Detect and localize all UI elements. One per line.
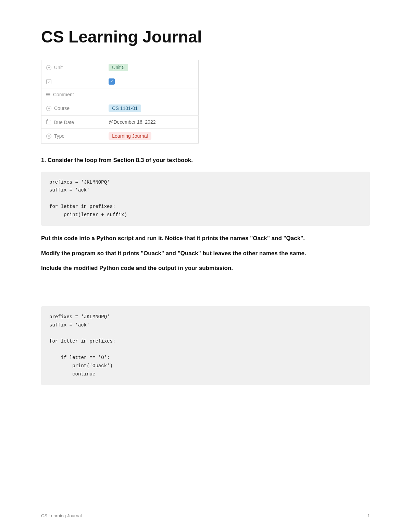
question-1-text: 1. Consider the loop from Section 8.3 of… [41, 156, 370, 165]
checkbox-outline-icon: ✓ [46, 79, 51, 84]
course-value: CS 1101-01 [109, 104, 141, 112]
footer: CS Learning Journal 1 [41, 513, 370, 518]
due-date-value: @December 16, 2022 [109, 119, 155, 125]
body-text-1: Put this code into a Python script and r… [41, 234, 370, 243]
course-icon [46, 106, 51, 111]
comment-label: Comment [46, 92, 99, 97]
type-value: Learning Journal [109, 132, 151, 140]
body-text-2: Modify the program so that it prints "Ou… [41, 249, 370, 258]
properties-table: Unit Unit 5 ✓ ✓ [41, 60, 199, 144]
checkbox-label: ✓ [46, 79, 99, 84]
unit-value: Unit 5 [109, 64, 128, 71]
unit-label: Unit [46, 65, 99, 70]
property-row-comment: Comment [41, 88, 199, 101]
footer-left: CS Learning Journal [41, 513, 82, 518]
body-text-3: Include the modified Python code and the… [41, 264, 370, 273]
property-row-due-date: Due Date @December 16, 2022 [41, 116, 199, 129]
code-block-2: prefixes = 'JKLMNOPQ' suffix = 'ack' for… [41, 306, 370, 385]
comment-icon [46, 93, 50, 96]
unit-icon [46, 65, 51, 70]
property-row-checkbox: ✓ ✓ [41, 75, 199, 88]
footer-right: 1 [368, 513, 370, 518]
course-label: Course [46, 106, 99, 111]
due-date-label: Due Date [46, 120, 99, 125]
page-title: CS Learning Journal [41, 27, 370, 46]
type-icon [46, 134, 51, 139]
property-row-course: Course CS 1101-01 [41, 101, 199, 116]
checkbox-checked[interactable]: ✓ [109, 78, 115, 85]
code-block-1: prefixes = 'JKLMNOPQ' suffix = 'ack' for… [41, 172, 370, 226]
property-row-unit: Unit Unit 5 [41, 60, 199, 75]
property-row-type: Type Learning Journal [41, 129, 199, 144]
spacer [41, 279, 370, 306]
calendar-icon [46, 120, 51, 124]
type-label: Type [46, 133, 99, 139]
